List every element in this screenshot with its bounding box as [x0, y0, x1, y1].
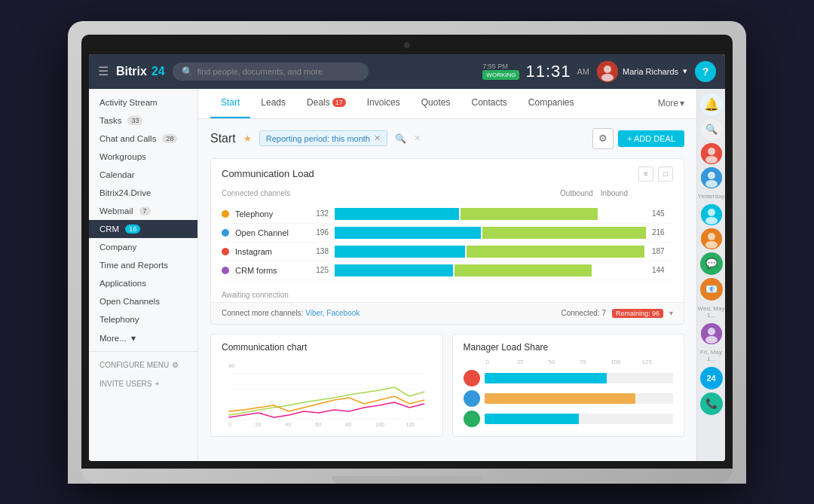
sidebar-item-webmail[interactable]: Webmail 7: [89, 202, 197, 220]
section-expand-icon[interactable]: □: [658, 166, 673, 182]
user-menu[interactable]: Maria Richards ▾: [597, 61, 687, 82]
tab-quotes[interactable]: Quotes: [411, 89, 461, 119]
sidebar-item-applications[interactable]: Applications: [89, 274, 197, 292]
working-badge: WORKING: [482, 70, 519, 80]
tab-contacts[interactable]: Contacts: [461, 89, 517, 119]
tab-leads[interactable]: Leads: [250, 89, 296, 119]
instagram-inbound-bar: [335, 246, 465, 258]
tabs-more-label: More: [658, 98, 678, 108]
mgr-x-50: 50: [548, 359, 579, 365]
notif-avatar-2[interactable]: [701, 167, 722, 188]
notif-avatar-1[interactable]: [701, 143, 722, 164]
svg-point-22: [708, 209, 715, 216]
filter-tag[interactable]: Reporting period: this month ✕: [259, 130, 387, 146]
add-deal-button[interactable]: + ADD DEAL: [618, 130, 684, 147]
notif-search-icon[interactable]: 🔍: [701, 119, 722, 140]
svg-point-17: [705, 156, 718, 163]
sidebar-item-calendar[interactable]: Calendar: [89, 166, 197, 184]
tab-invoices[interactable]: Invoices: [357, 89, 411, 119]
crmforms-bar-track: [335, 264, 646, 276]
close-search-icon[interactable]: ✕: [414, 133, 421, 143]
tab-start[interactable]: Start: [210, 89, 250, 119]
clock-sub-wrap: 7:55 PM WORKING: [482, 63, 519, 80]
search-small-icon[interactable]: 🔍: [395, 133, 406, 144]
topbar-search-wrapper[interactable]: 🔍: [173, 63, 369, 81]
section-list-icon[interactable]: ≡: [638, 166, 653, 182]
tabs-more-button[interactable]: More ▾: [658, 98, 684, 108]
notif-avatar-5[interactable]: [701, 323, 722, 344]
svg-text:80: 80: [345, 422, 351, 426]
deals-badge: 17: [332, 98, 346, 107]
manager-bars: [464, 370, 674, 427]
sidebar-item-workgroups[interactable]: Workgroups: [89, 148, 197, 166]
sidebar-item-crm[interactable]: CRM 16: [89, 220, 197, 238]
sidebar-item-tasks[interactable]: Tasks 33: [89, 111, 197, 130]
mgr-row-1: [464, 370, 674, 386]
sidebar-item-telephony[interactable]: Telephony: [89, 310, 197, 328]
tab-companies[interactable]: Companies: [518, 89, 585, 119]
mgr-x-100: 100: [610, 359, 641, 365]
instagram-label: Instagram: [235, 247, 301, 256]
svg-point-28: [708, 328, 715, 335]
manager-load-title: Manager Load Share: [464, 342, 674, 353]
awaiting-label: Awaiting connection: [211, 286, 684, 302]
mgr-x-125: 125: [642, 359, 673, 365]
help-button[interactable]: ?: [695, 61, 716, 82]
sidebar-item-more[interactable]: More... ▾: [89, 328, 197, 348]
svg-point-20: [705, 180, 718, 188]
telephony-inbound-val: 132: [308, 209, 329, 218]
settings-button[interactable]: ⚙: [592, 128, 614, 149]
notif-bell-icon[interactable]: 🔔: [700, 93, 723, 116]
page-title-row: Start ★ Reporting period: this month ✕ 🔍…: [210, 128, 684, 149]
user-name: Maria Richards: [623, 67, 678, 76]
sidebar-item-open-channels[interactable]: Open Channels: [89, 292, 197, 310]
sidebar-item-time-reports[interactable]: Time and Reports: [89, 256, 197, 274]
comm-chart-title: Communication chart: [222, 342, 432, 353]
sidebar-item-label: Time and Reports: [99, 261, 168, 270]
search-input[interactable]: [197, 67, 360, 76]
crmforms-label: CRM forms: [235, 266, 301, 275]
notif-orange-button[interactable]: 📧: [700, 278, 723, 301]
bar-row-open-channel: Open Channel 196 216: [222, 224, 673, 243]
sidebar-item-activity-stream[interactable]: Activity Stream: [89, 93, 197, 111]
connect-links[interactable]: Viber, Facebook: [305, 309, 360, 317]
sidebar-item-label: Activity Stream: [99, 98, 158, 107]
sidebar-item-label: More...: [99, 334, 127, 343]
sidebar-divider: [89, 351, 197, 352]
notif-green-button[interactable]: 💬: [700, 252, 723, 275]
star-icon[interactable]: ★: [243, 133, 252, 144]
invite-users-button[interactable]: INVITE USERS +: [89, 375, 197, 393]
sidebar-item-company[interactable]: Company: [89, 238, 197, 256]
notif-teal-button[interactable]: 📞: [700, 393, 723, 415]
notif-avatar-3[interactable]: [701, 204, 722, 225]
openchannel-outbound-bar: [482, 227, 646, 239]
sidebar-item-label: Tasks: [99, 116, 121, 125]
expand-icon[interactable]: ▾: [669, 309, 673, 317]
sidebar-item-label: Calendar: [99, 170, 135, 179]
sidebar-item-bitrix-drive[interactable]: Bitrix24.Drive: [89, 184, 197, 202]
laptop-screen-bezel: ☰ Bitrix24 🔍 7:55 PM WORKING 11:31: [81, 35, 733, 469]
tab-deals[interactable]: Deals 17: [296, 89, 357, 119]
openchannel-bar-track: [335, 227, 646, 239]
configure-menu-button[interactable]: CONFIGURE MENU ⚙: [89, 355, 197, 375]
mgr-bar-fill-3: [485, 414, 579, 424]
notif-24-button[interactable]: 24: [700, 367, 723, 389]
hamburger-icon[interactable]: ☰: [98, 64, 109, 78]
filter-close-icon[interactable]: ✕: [374, 133, 381, 143]
telephony-bar-track: [335, 208, 646, 220]
mgr-avatar-3: [464, 411, 480, 427]
openchannel-inbound-val: 196: [308, 228, 329, 237]
sidebar-item-chat-calls[interactable]: Chat and Calls 28: [89, 130, 197, 148]
sidebar-item-label: Company: [99, 243, 136, 252]
chat-badge: 28: [162, 134, 177, 143]
sidebar-item-label: Telephony: [99, 315, 139, 324]
instagram-bar-track: [335, 246, 646, 258]
crmforms-outbound-bar: [454, 264, 592, 276]
communication-load-section: Communication Load ≡ □ Connected channel…: [210, 158, 684, 325]
comm-chart-svg: 0 20 40 60 80 100 120: [222, 359, 432, 426]
connect-row: Connect more channels: Viber, Facebook C…: [211, 302, 684, 324]
clock-area: 7:55 PM WORKING 11:31 AM: [482, 62, 589, 81]
notif-avatar-4[interactable]: [701, 228, 722, 249]
svg-text:60: 60: [315, 422, 321, 426]
mgr-bar-track-3: [485, 414, 674, 424]
